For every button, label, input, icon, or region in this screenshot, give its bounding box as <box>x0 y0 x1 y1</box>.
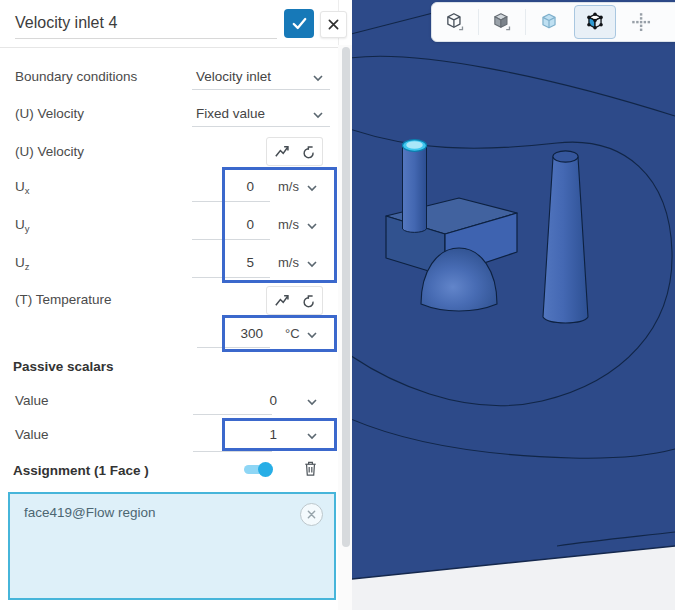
scalar2-label: Value <box>15 427 49 442</box>
chevron-down-icon[interactable] <box>312 111 324 120</box>
face-select-cube-button[interactable] <box>574 5 616 39</box>
chevron-down-icon[interactable] <box>312 74 324 83</box>
assignment-toggle[interactable] <box>244 465 268 474</box>
reset-button[interactable] <box>294 286 323 315</box>
scalar1-label: Value <box>15 393 49 408</box>
translucent-cube-button[interactable] <box>526 4 572 40</box>
remove-face-button[interactable] <box>300 503 323 526</box>
translucent-cube-icon <box>538 11 560 33</box>
velocity-vector-label: (U) Velocity <box>15 144 84 159</box>
ux-label: Ux <box>15 179 30 196</box>
velocity-type-select[interactable]: Fixed value <box>196 106 265 121</box>
boundary-conditions-select[interactable]: Velocity inlet <box>196 69 271 84</box>
vertex-select-dots-button[interactable] <box>618 4 664 40</box>
temperature-highlight-box <box>222 315 337 352</box>
scalar2-highlight-box <box>222 418 337 451</box>
close-button[interactable] <box>320 11 347 38</box>
input-underline <box>193 451 272 452</box>
input-underline <box>15 38 277 39</box>
model-scene <box>352 0 675 610</box>
vertex-select-dots-icon <box>630 11 652 33</box>
temperature-label: (T) Temperature <box>15 292 112 307</box>
passive-scalars-heading: Passive scalars <box>13 359 114 374</box>
edge-select-cube-button[interactable] <box>664 4 675 40</box>
chevron-down-icon[interactable] <box>306 398 318 407</box>
uy-label: Uy <box>15 217 30 234</box>
assignment-list: face419@Flow region <box>8 492 336 600</box>
model-inlet-cylinder[interactable] <box>403 140 427 233</box>
boundary-condition-panel: Velocity inlet 4 Boundary conditions Vel… <box>0 0 339 610</box>
divider <box>0 47 338 48</box>
scalar1-value-input[interactable]: 0 <box>269 393 277 408</box>
chart-input-icon <box>273 143 290 160</box>
panel-footer <box>0 600 338 610</box>
close-icon <box>328 19 339 30</box>
undo-icon <box>300 144 316 160</box>
table-input-button[interactable] <box>266 286 296 315</box>
uz-label: Uz <box>15 255 30 272</box>
bc-name-input[interactable]: Velocity inlet 4 <box>15 14 117 32</box>
table-input-button[interactable] <box>266 137 296 166</box>
velocity-highlight-box <box>222 167 337 283</box>
boundary-conditions-label: Boundary conditions <box>15 69 137 84</box>
chart-input-icon <box>273 292 290 309</box>
wireframe-cube-button[interactable] <box>432 4 478 40</box>
viewport-3d[interactable] <box>352 0 675 610</box>
confirm-button[interactable] <box>284 9 314 38</box>
solid-cube-button[interactable] <box>479 4 525 40</box>
panel-scrollbar-thumb[interactable] <box>342 47 350 547</box>
assignment-heading: Assignment (1 Face ) <box>13 463 149 478</box>
delete-assignment-button[interactable] <box>302 459 319 482</box>
reset-button[interactable] <box>294 137 323 166</box>
assigned-face-chip: face419@Flow region <box>24 505 156 520</box>
face-select-cube-icon <box>584 11 606 33</box>
solid-cube-icon <box>491 11 513 33</box>
select-underline <box>192 126 330 127</box>
remove-x-icon <box>307 510 316 519</box>
input-underline <box>193 414 272 415</box>
undo-icon <box>300 293 316 309</box>
wireframe-cube-icon <box>444 11 466 33</box>
viewport-toolbar <box>431 2 675 42</box>
toggle-knob <box>258 462 273 477</box>
flow-region-plate[interactable] <box>352 0 675 610</box>
select-underline <box>192 89 330 90</box>
trash-icon <box>302 459 319 478</box>
check-icon <box>292 17 307 30</box>
velocity-type-label: (U) Velocity <box>15 106 84 121</box>
